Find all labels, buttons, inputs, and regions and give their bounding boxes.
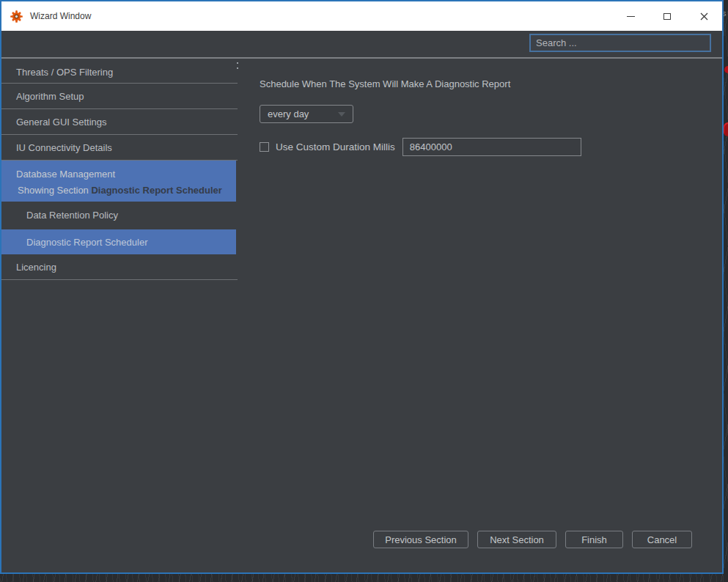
previous-section-button[interactable]: Previous Section bbox=[373, 531, 468, 548]
desktop-red-artifact bbox=[724, 66, 728, 73]
sidebar-item-general-gui-settings[interactable]: General GUI Settings bbox=[1, 109, 236, 135]
minimize-icon bbox=[627, 16, 635, 17]
close-button[interactable] bbox=[685, 1, 722, 31]
chevron-down-icon bbox=[338, 112, 345, 117]
window-title: Wizard Window bbox=[30, 11, 91, 21]
wizard-footer: Previous Section Next Section Finish Can… bbox=[373, 531, 692, 548]
content-panel: Schedule When The System Will Make A Dia… bbox=[237, 60, 722, 572]
finish-button[interactable]: Finish bbox=[565, 531, 623, 548]
sidebar-item-iu-connectivity-details[interactable]: IU Connectivity Details bbox=[1, 135, 236, 161]
window-controls bbox=[612, 1, 722, 31]
sidebar-item-licencing[interactable]: Licencing bbox=[1, 254, 236, 280]
sidebar-item-algorithm-setup[interactable]: Algorithm Setup bbox=[1, 84, 236, 109]
schedule-label: Schedule When The System Will Make A Dia… bbox=[260, 78, 510, 89]
maximize-button[interactable] bbox=[649, 1, 685, 31]
custom-duration-row: Use Custom Duration Millis bbox=[260, 138, 581, 156]
desktop-red-artifact bbox=[724, 122, 728, 136]
sidebar-subitem-diagnostic-report-scheduler[interactable]: Diagnostic Report Scheduler bbox=[1, 229, 236, 254]
frequency-dropdown[interactable]: every day bbox=[260, 105, 353, 123]
use-custom-duration-label: Use Custom Duration Millis bbox=[276, 141, 395, 152]
app-gear-icon bbox=[10, 10, 23, 23]
maximize-icon bbox=[663, 13, 671, 20]
desktop: { "window": { "title": "Wizard Window" }… bbox=[0, 0, 728, 582]
sidebar-item-status: Showing Section Diagnostic Report Schedu… bbox=[1, 183, 236, 199]
sidebar-item-threats-ops-filtering[interactable]: Threats / OPS Filtering bbox=[1, 60, 236, 84]
search-input[interactable] bbox=[529, 34, 711, 52]
status-section-name: Diagnostic Report Scheduler bbox=[91, 185, 221, 196]
custom-duration-millis-input[interactable] bbox=[402, 138, 581, 156]
frequency-dropdown-value: every day bbox=[268, 108, 309, 119]
sidebar-subitem-data-retention-policy[interactable]: Data Retention Policy bbox=[1, 202, 236, 228]
sidebar-item-database-management[interactable]: Database Management Showing Section Diag… bbox=[1, 161, 236, 202]
cancel-button[interactable]: Cancel bbox=[632, 531, 692, 548]
toolbar bbox=[1, 31, 722, 59]
use-custom-duration-checkbox[interactable] bbox=[260, 142, 269, 152]
minimize-button[interactable] bbox=[612, 1, 649, 31]
titlebar[interactable]: Wizard Window bbox=[1, 1, 722, 31]
sidebar: Threats / OPS Filtering Algorithm Setup … bbox=[1, 60, 236, 572]
close-icon bbox=[700, 12, 708, 21]
status-prefix: Showing Section bbox=[18, 185, 91, 196]
wizard-window: Wizard Window Threats / OPS Filtering Al… bbox=[0, 0, 724, 574]
next-section-button[interactable]: Next Section bbox=[477, 531, 556, 548]
window-body: Threats / OPS Filtering Algorithm Setup … bbox=[1, 60, 722, 572]
sidebar-item-label: Database Management bbox=[1, 165, 236, 183]
